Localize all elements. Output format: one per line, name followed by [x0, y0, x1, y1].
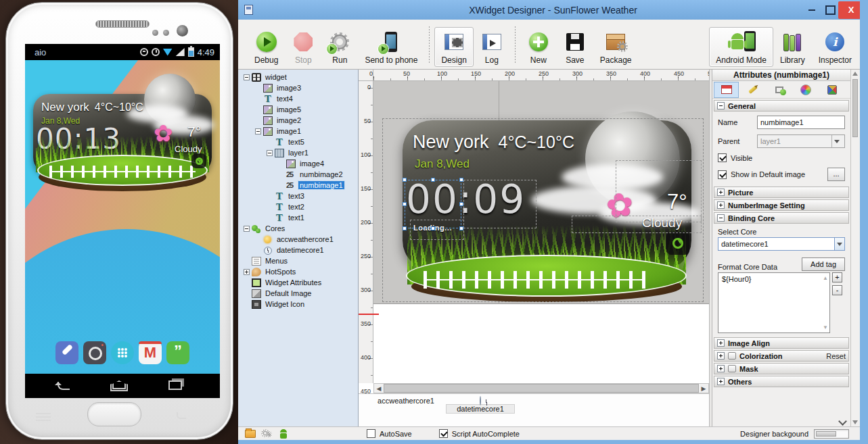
- send-to-phone-button[interactable]: Send to phone: [358, 27, 424, 67]
- tree-item-widget-icon[interactable]: Widget Icon: [238, 299, 358, 310]
- design-canvas[interactable]: 050100150200250300350400450500 050100150…: [359, 70, 709, 426]
- section-image-align[interactable]: Image Align: [714, 337, 849, 349]
- remove-line-button[interactable]: -: [832, 285, 842, 295]
- section-general[interactable]: General: [714, 100, 849, 112]
- dropdown-arrow-icon[interactable]: [834, 238, 844, 250]
- selection-handle[interactable]: [431, 226, 435, 230]
- script-autocomplete-checkbox[interactable]: [439, 429, 448, 438]
- dropdown-arrow-icon[interactable]: [831, 135, 842, 147]
- tree-item-image3[interactable]: image3: [238, 82, 358, 93]
- scroll-left-arrow[interactable]: ◀: [374, 384, 384, 393]
- tree-item-default-image[interactable]: Default Image: [238, 288, 358, 299]
- selection-box[interactable]: [405, 180, 461, 228]
- attributes-scrollbar[interactable]: [850, 70, 859, 426]
- tree-item-image5[interactable]: image5: [238, 104, 358, 115]
- collapse-icon[interactable]: [717, 214, 725, 222]
- log-tab-button[interactable]: Log: [474, 27, 510, 67]
- section-numberimage[interactable]: NumberImage Setting: [714, 199, 849, 211]
- back-capacitive-icon[interactable]: [177, 412, 186, 419]
- tree-item-numbimage1[interactable]: numbimage1: [238, 180, 358, 191]
- tree-item-text4[interactable]: text4: [238, 93, 358, 104]
- expand-icon[interactable]: [717, 352, 725, 360]
- tree-item-text1[interactable]: text1: [238, 212, 358, 223]
- tree-item-text5[interactable]: text5: [238, 137, 358, 147]
- recents-nav-icon[interactable]: [168, 380, 182, 390]
- collapse-icon[interactable]: [717, 102, 725, 109]
- tree-item-layer1[interactable]: layer1: [238, 147, 358, 158]
- expand-icon[interactable]: [717, 378, 725, 385]
- gmail-app-icon[interactable]: M: [139, 341, 162, 364]
- save-button[interactable]: Save: [557, 27, 593, 67]
- tree-item-image2[interactable]: image2: [238, 115, 358, 126]
- tree-item-menus[interactable]: Menus: [238, 255, 358, 266]
- name-input[interactable]: numbimage1: [757, 116, 845, 129]
- hangouts-app-icon[interactable]: ”: [166, 341, 189, 364]
- tree-item-numbimage2[interactable]: numbimage2: [238, 169, 358, 180]
- minimize-button[interactable]: [803, 0, 821, 20]
- tree-item-widget[interactable]: widget: [238, 72, 358, 82]
- select-core-dropdown[interactable]: datetimecore1: [718, 237, 845, 251]
- inspector-button[interactable]: i Inspector: [812, 27, 859, 67]
- tab-color[interactable]: [793, 82, 818, 98]
- android-status-icon[interactable]: [279, 429, 288, 439]
- tree-item-text3[interactable]: text3: [238, 191, 358, 201]
- tree-item-image1[interactable]: image1: [238, 126, 358, 137]
- phone-weather-widget[interactable]: New york4°C~10°C Jan 8,Wed 00:13 ✿ 7° Cl…: [25, 60, 220, 216]
- selection-handle[interactable]: [459, 226, 463, 230]
- tree-item-image4[interactable]: image4: [238, 158, 358, 169]
- collapse-icon[interactable]: [244, 74, 250, 80]
- debug-button[interactable]: Debug: [248, 27, 285, 67]
- horizontal-scrollbar[interactable]: ◀ ▶: [373, 383, 709, 393]
- selection-handle[interactable]: [403, 202, 407, 206]
- designer-background-slider[interactable]: [814, 429, 849, 439]
- section-colorization[interactable]: Colorization Reset: [714, 350, 849, 362]
- refresh-button[interactable]: [191, 153, 206, 168]
- format-core-data-input[interactable]: ${Hour0} ▲ ▼: [718, 272, 830, 333]
- expand-icon[interactable]: [717, 189, 725, 196]
- dialer-app-icon[interactable]: [55, 341, 78, 364]
- scrollbar-thumb[interactable]: [384, 384, 699, 393]
- panel-scroll-down-icon[interactable]: [840, 417, 846, 424]
- run-button[interactable]: Run: [321, 27, 358, 67]
- collapse-icon[interactable]: [244, 226, 250, 232]
- selection-handle[interactable]: [459, 202, 463, 206]
- reset-button[interactable]: Reset: [826, 352, 846, 360]
- core-item-datetimecore1[interactable]: datetimecore1: [447, 397, 514, 413]
- maximize-button[interactable]: [821, 0, 838, 20]
- section-picture[interactable]: Picture: [714, 187, 849, 198]
- autosave-checkbox[interactable]: [367, 429, 375, 438]
- design-tab-button[interactable]: Design: [434, 27, 473, 67]
- collapse-icon[interactable]: [255, 128, 261, 134]
- tab-general[interactable]: [714, 82, 739, 98]
- add-tag-button[interactable]: Add tag: [802, 257, 845, 271]
- section-binding-core[interactable]: Binding Core: [714, 212, 849, 224]
- camera-app-icon[interactable]: [83, 341, 106, 364]
- new-button[interactable]: New: [520, 27, 557, 67]
- tree-item-hotspots[interactable]: HotSpots: [238, 266, 358, 277]
- tab-edit[interactable]: [740, 82, 765, 98]
- tab-shape[interactable]: [767, 82, 792, 98]
- expand-icon[interactable]: [244, 269, 250, 275]
- core-item-accweathercore1[interactable]: accweathercore1: [372, 397, 440, 405]
- collapse-icon[interactable]: [267, 150, 273, 156]
- visible-checkbox[interactable]: [718, 153, 727, 162]
- folder-icon[interactable]: [245, 430, 256, 438]
- expand-icon[interactable]: [717, 201, 725, 209]
- section-others[interactable]: Others: [714, 376, 849, 387]
- back-nav-icon[interactable]: [58, 382, 70, 390]
- phone-home-button[interactable]: [87, 402, 141, 426]
- app-drawer-icon[interactable]: [111, 341, 134, 364]
- scroll-right-arrow[interactable]: ▶: [699, 384, 708, 393]
- android-mode-button[interactable]: Android Mode: [709, 27, 773, 67]
- scroll-up-icon[interactable]: ▲: [823, 275, 828, 281]
- tree-item-accweathercore1[interactable]: accweathercore1: [238, 234, 358, 245]
- scrollbar-thumb[interactable]: [852, 79, 858, 137]
- selection-handle[interactable]: [431, 178, 435, 182]
- tree-item-cores[interactable]: Cores: [238, 223, 358, 234]
- section-mask[interactable]: Mask: [714, 363, 849, 374]
- tree-item-datetimecore1[interactable]: datetimecore1: [238, 245, 358, 255]
- expand-icon[interactable]: [717, 365, 725, 372]
- scroll-down-icon[interactable]: ▼: [823, 324, 828, 330]
- parent-select[interactable]: layer1: [757, 134, 845, 148]
- gears-icon[interactable]: [261, 429, 273, 439]
